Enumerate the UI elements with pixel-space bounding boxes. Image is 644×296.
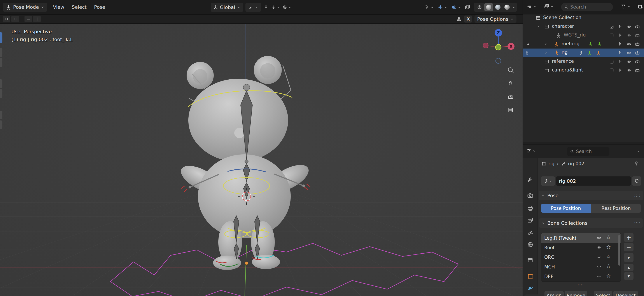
selectable-icon[interactable] [618,68,622,73]
selectable-icon[interactable] [618,33,622,38]
editor-type-dropdown[interactable] [526,148,536,154]
panel-drag-dots[interactable]: ∷∷ [634,221,640,226]
object-visibility-dropdown[interactable] [424,4,434,10]
selectable-icon[interactable] [618,24,622,29]
expand-chevron-icon[interactable] [544,42,548,46]
selectable-icon[interactable] [618,50,622,55]
exclude-checkbox-empty[interactable] [609,33,614,38]
outliner-row-wgts-rig[interactable]: WGTS_rig [523,31,644,40]
bone-collection-row[interactable]: ORG ☆ [541,253,620,262]
outliner-row-scene-collection[interactable]: Scene Collection [523,13,644,22]
properties-search[interactable] [567,147,610,156]
selectable-icon[interactable] [618,59,622,64]
move-up-button[interactable]: ▲ [624,264,634,271]
solo-star-icon[interactable]: ☆ [606,234,611,241]
bone-collection-row[interactable]: DEF ☆ [541,272,620,281]
hidden-eye-icon[interactable] [596,274,601,279]
menu-view[interactable]: View [49,3,68,12]
bone-collections-panel-header[interactable]: Bone Collections ∷∷ [539,218,643,228]
list-scrollbar[interactable] [618,235,620,266]
disable-render-camera-icon[interactable] [635,42,640,46]
tool-sliver[interactable] [0,48,2,57]
remove-button[interactable]: Remove [564,291,587,296]
show-gizmo-dropdown[interactable] [438,4,448,10]
browse-armature-button[interactable] [541,176,555,186]
snap-target-dropdown[interactable] [271,5,280,10]
disable-render-camera-icon[interactable] [635,24,640,29]
pose-options-dropdown[interactable]: Pose Options [474,15,516,23]
menu-pose[interactable]: Pose [90,3,109,12]
menu-select[interactable]: Select [68,3,90,12]
hide-viewport-eye-icon[interactable] [626,50,631,55]
bone-collection-row[interactable]: MCH ☆ [541,262,620,272]
tab-render[interactable] [527,192,534,199]
bone-collection-row[interactable]: Leg.R (Tweak) ☆ [541,233,620,243]
header-collapse-chevron[interactable] [636,149,640,153]
pose-panel-header[interactable]: Pose ∷∷ [539,191,643,200]
orientation-dropdown[interactable]: Global [211,3,243,12]
remove-collection-button[interactable]: − [624,243,634,251]
exclude-checkbox-checked[interactable] [609,24,614,29]
filter-dropdown[interactable] [620,3,631,9]
tool-settings-icon[interactable] [33,16,41,22]
disable-render-camera-icon[interactable] [635,68,640,73]
outliner-row-rig[interactable]: rig [523,48,644,57]
shading-solid-button[interactable] [484,3,493,11]
new-collection-button[interactable] [638,4,643,10]
outliner-row-reference[interactable]: reference [523,57,644,66]
gizmo-negz-ball[interactable] [496,58,501,63]
overlays-dropdown[interactable] [451,4,461,10]
proportional-editing-dropdown[interactable] [282,5,292,10]
snap-magnet-toggle[interactable] [263,4,269,10]
hide-viewport-eye-icon[interactable] [626,68,631,73]
tab-tool[interactable] [527,176,534,183]
tab-scene[interactable] [527,229,534,236]
tab-object[interactable] [527,273,534,280]
tab-physics[interactable] [527,285,534,292]
pose-position-button[interactable]: Pose Position [541,204,591,213]
outliner-row-metarig[interactable]: metarig [523,40,644,48]
bone-collection-row[interactable]: Root ☆ [541,243,620,253]
add-collection-button[interactable]: + [624,233,634,242]
tab-output[interactable] [527,205,534,211]
breadcrumb-object[interactable]: rig [548,161,554,166]
outliner-search[interactable] [561,3,613,11]
gizmo-negx-ball[interactable] [483,43,488,48]
hide-viewport-eye-icon[interactable] [626,33,631,38]
visible-eye-icon[interactable] [596,245,601,250]
disable-render-camera-icon[interactable] [635,33,640,38]
collection-specials-menu[interactable]: ▾ [624,253,634,262]
hidden-eye-icon[interactable] [596,264,601,269]
panel-resize-dots[interactable]: ∷∷ [578,283,584,288]
editor-type-dropdown[interactable] [526,3,536,9]
active-tool-sliver[interactable] [0,32,2,43]
outliner-hscroll-area[interactable] [523,142,644,144]
assign-button[interactable]: Assign [544,291,564,296]
shading-rendered-button[interactable] [503,3,512,11]
solo-star-icon[interactable]: ☆ [606,254,611,260]
tool-settings-icon[interactable] [2,16,10,22]
shading-material-button[interactable] [494,3,502,11]
properties-search-input[interactable] [576,149,602,154]
hide-viewport-eye-icon[interactable] [626,24,631,29]
disable-render-camera-icon[interactable] [635,50,640,55]
outliner-search-input[interactable] [570,4,605,10]
tab-collection[interactable] [527,257,534,264]
xray-toggle[interactable] [464,4,470,10]
fake-user-shield-button[interactable] [632,176,642,186]
hide-viewport-eye-icon[interactable] [626,42,631,46]
shading-wireframe-button[interactable] [475,3,484,11]
tool-sliver[interactable] [0,79,2,88]
select-button[interactable]: Select [594,291,612,296]
outliner-row-character[interactable]: character [523,22,644,31]
solo-star-icon[interactable]: ☆ [606,263,611,269]
outliner-row-camera-light[interactable]: camera&light [523,66,644,75]
deselect-button[interactable]: Deselect [613,291,638,296]
gizmo-y-ball[interactable] [496,44,501,50]
exclude-checkbox-empty[interactable] [609,59,614,64]
exclude-checkbox-empty[interactable] [609,68,614,73]
tool-settings-icon[interactable] [24,16,32,22]
hidden-eye-icon[interactable] [596,255,601,260]
tool-sliver[interactable] [0,89,2,98]
tool-sliver[interactable] [0,58,2,67]
